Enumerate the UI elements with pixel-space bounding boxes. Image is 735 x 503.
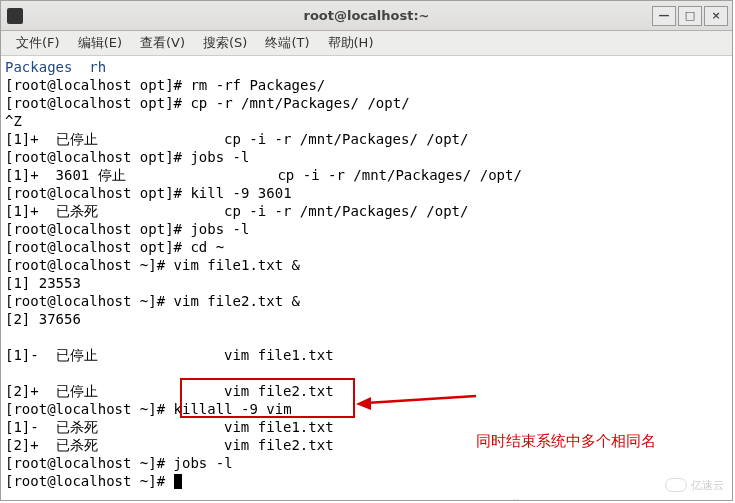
watermark-logo-icon (665, 478, 687, 492)
annotation-text: 同时结束系统中多个相同名 称的进程 (476, 386, 656, 500)
term-line: [root@localhost ~]# vim file1.txt & (5, 257, 300, 273)
term-line: [1]- 已停止 vim file1.txt (5, 347, 334, 363)
annotation-line2: 称的进程 (476, 496, 656, 500)
terminal-icon (7, 8, 23, 24)
window-controls: — □ × (652, 6, 728, 26)
term-line: [root@localhost ~]# (5, 473, 174, 489)
terminal-window: root@localhost:~ — □ × 文件(F) 编辑(E) 查看(V)… (0, 0, 733, 501)
term-line: [2]+ 已停止 vim file2.txt (5, 383, 334, 399)
term-line: [1]+ 已杀死 cp -i -r /mnt/Packages/ /opt/ (5, 203, 468, 219)
svg-line-0 (366, 396, 476, 403)
term-line: [1] 23553 (5, 275, 81, 291)
term-line: [2] 37656 (5, 311, 81, 327)
dir-rh: rh (72, 59, 106, 75)
term-line: [root@localhost opt]# cp -r /mnt/Package… (5, 95, 410, 111)
menu-terminal[interactable]: 终端(T) (256, 32, 318, 54)
term-line: [root@localhost ~]# jobs -l (5, 455, 233, 471)
menubar: 文件(F) 编辑(E) 查看(V) 搜索(S) 终端(T) 帮助(H) (1, 31, 732, 56)
watermark-text: 亿速云 (691, 476, 724, 494)
titlebar: root@localhost:~ — □ × (1, 1, 732, 31)
menu-view[interactable]: 查看(V) (131, 32, 194, 54)
term-line: [root@localhost ~]# killall -9 vim (5, 401, 292, 417)
term-line: [root@localhost ~]# vim file2.txt & (5, 293, 300, 309)
term-line: [2]+ 已杀死 vim file2.txt (5, 437, 334, 453)
menu-search[interactable]: 搜索(S) (194, 32, 256, 54)
close-button[interactable]: × (704, 6, 728, 26)
svg-marker-1 (356, 397, 371, 410)
term-line: [root@localhost opt]# rm -rf Packages/ (5, 77, 325, 93)
term-line: ^Z (5, 113, 22, 129)
term-line: [root@localhost opt]# kill -9 3601 (5, 185, 292, 201)
term-line: [1]+ 已停止 cp -i -r /mnt/Packages/ /opt/ (5, 131, 468, 147)
menu-help[interactable]: 帮助(H) (319, 32, 383, 54)
term-line: [1]+ 3601 停止 cp -i -r /mnt/Packages/ /op… (5, 167, 522, 183)
term-line: [root@localhost opt]# jobs -l (5, 149, 249, 165)
term-line: [root@localhost opt]# cd ~ (5, 239, 224, 255)
maximize-button[interactable]: □ (678, 6, 702, 26)
annotation-line1: 同时结束系统中多个相同名 (476, 430, 656, 452)
terminal-body[interactable]: Packages rh [root@localhost opt]# rm -rf… (1, 56, 732, 500)
window-title: root@localhost:~ (303, 8, 429, 23)
watermark: 亿速云 (665, 476, 724, 494)
minimize-button[interactable]: — (652, 6, 676, 26)
menu-edit[interactable]: 编辑(E) (69, 32, 131, 54)
annotation-arrow-icon (351, 381, 481, 411)
term-line: [root@localhost opt]# jobs -l (5, 221, 249, 237)
cursor-icon (174, 474, 182, 489)
term-line: [1]- 已杀死 vim file1.txt (5, 419, 334, 435)
dir-packages: Packages (5, 59, 72, 75)
menu-file[interactable]: 文件(F) (7, 32, 69, 54)
